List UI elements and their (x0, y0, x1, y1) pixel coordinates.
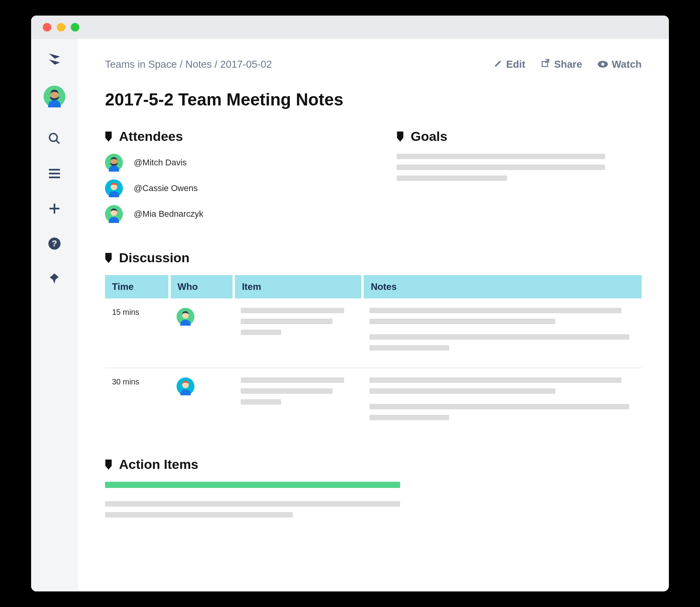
help-icon[interactable]: ? (47, 236, 62, 251)
sidebar: ? (31, 39, 78, 591)
svg-marker-15 (105, 132, 112, 142)
add-icon[interactable] (47, 201, 62, 216)
svg-point-14 (601, 63, 604, 66)
pencil-icon (494, 58, 502, 70)
notifications-icon[interactable] (47, 271, 62, 286)
section-marker-icon (105, 460, 112, 470)
svg-rect-11 (542, 61, 548, 67)
action-items-heading: Action Items (105, 457, 642, 472)
cell-item (234, 298, 362, 368)
attendee[interactable]: @Cassie Owens (105, 179, 350, 197)
share-icon (541, 58, 550, 70)
window-close-button[interactable] (43, 23, 51, 32)
app-window: ? Teams in Space / Notes / 2017-05-02 Ed… (31, 16, 669, 591)
discussion-heading: Discussion (105, 250, 642, 265)
avatar (105, 154, 123, 172)
attendee[interactable]: @Mia Bednarczyk (105, 205, 350, 223)
attendee-name: @Mitch Davis (134, 158, 187, 168)
table-row: 15 mins (105, 298, 642, 368)
cell-time: 15 mins (105, 298, 170, 368)
page-title: 2017-5-2 Team Meeting Notes (105, 90, 642, 109)
cell-time: 30 mins (105, 368, 170, 438)
discussion-table: Time Who Item Notes 15 mins (105, 275, 642, 437)
avatar (177, 377, 194, 395)
avatar (105, 205, 123, 223)
breadcrumb[interactable]: Teams in Space / Notes / 2017-05-02 (105, 58, 272, 70)
share-button[interactable]: Share (541, 58, 582, 70)
edit-button[interactable]: Edit (494, 58, 525, 70)
cell-notes (362, 368, 642, 438)
svg-marker-28 (105, 460, 112, 470)
breadcrumb-segment[interactable]: Teams in Space (105, 58, 177, 70)
watch-button[interactable]: Watch (598, 58, 642, 70)
section-marker-icon (397, 132, 404, 142)
cell-who (170, 298, 234, 368)
avatar (105, 179, 123, 197)
svg-line-3 (56, 140, 60, 144)
edit-button-label: Edit (506, 58, 525, 70)
attendee-name: @Cassie Owens (134, 183, 198, 193)
goals-heading: Goals (397, 129, 642, 144)
page-content: Teams in Space / Notes / 2017-05-02 Edit… (78, 39, 669, 591)
svg-point-2 (49, 133, 57, 141)
col-item: Item (234, 275, 362, 298)
svg-marker-22 (397, 132, 403, 142)
breadcrumb-segment[interactable]: Notes (186, 58, 212, 70)
avatar (177, 308, 194, 326)
section-marker-icon (105, 132, 112, 142)
window-zoom-button[interactable] (71, 23, 79, 32)
window-titlebar (31, 16, 669, 39)
svg-marker-23 (105, 253, 112, 263)
share-button-label: Share (554, 58, 582, 70)
eye-icon (598, 58, 608, 70)
attendees-heading: Attendees (105, 129, 350, 144)
col-time: Time (105, 275, 170, 298)
search-icon[interactable] (47, 131, 62, 146)
app-logo-icon[interactable] (47, 51, 62, 66)
attendee[interactable]: @Mitch Davis (105, 154, 350, 172)
action-items-placeholder (105, 482, 642, 518)
svg-text:?: ? (52, 238, 57, 248)
breadcrumb-segment[interactable]: 2017-05-02 (220, 58, 272, 70)
table-row: 30 mins (105, 368, 642, 438)
current-user-avatar[interactable] (44, 86, 65, 107)
window-minimize-button[interactable] (57, 23, 65, 32)
section-marker-icon (105, 253, 112, 263)
menu-icon[interactable] (47, 166, 62, 181)
cell-who (170, 368, 234, 438)
attendee-name: @Mia Bednarczyk (134, 209, 203, 219)
goals-placeholder (397, 154, 642, 181)
cell-notes (362, 298, 642, 368)
cell-item (234, 368, 362, 438)
watch-button-label: Watch (612, 58, 642, 70)
col-who: Who (170, 275, 234, 298)
col-notes: Notes (362, 275, 642, 298)
